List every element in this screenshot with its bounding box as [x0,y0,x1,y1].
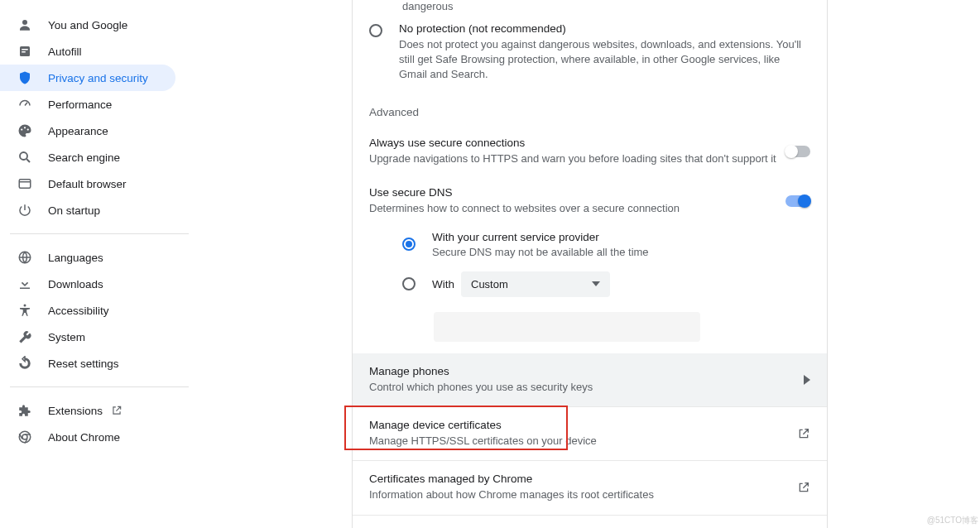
secure-dns-desc: Determines how to connect to websites ov… [369,201,785,216]
sidebar-divider [10,233,189,234]
extension-icon [17,402,33,419]
sidebar-item-label: Languages [48,252,103,264]
shield-icon [17,70,33,86]
svg-point-0 [22,20,27,25]
dropdown-arrow-icon [592,281,600,286]
svg-rect-3 [22,51,26,53]
no-protection-title: No protection (not recommended) [399,22,810,35]
svg-point-4 [21,128,22,130]
accessibility-icon [17,302,33,319]
sidebar-item-reset[interactable]: Reset settings [0,350,175,377]
sidebar-item-label: Autofill [48,46,82,58]
dangerous-text: dangerous [353,0,827,16]
sidebar-item-default-browser[interactable]: Default browser [0,170,175,197]
svg-point-6 [27,128,29,130]
browser-icon [17,175,33,192]
phones-title: Manage phones [369,365,804,377]
speedometer-icon [17,96,33,113]
chrome-certs-title: Certificates managed by Chrome [369,473,787,485]
external-link-icon [797,427,810,440]
sidebar-item-about[interactable]: About Chrome [0,424,175,450]
advanced-protection-row[interactable]: Google Advanced Protection Program Safeg… [353,516,827,529]
no-protection-row[interactable]: No protection (not recommended) Does not… [353,16,827,94]
chrome-icon [17,429,33,445]
radio-no-protection[interactable] [369,24,382,37]
palette-icon [17,122,33,139]
reset-icon [17,355,33,372]
svg-point-13 [22,434,27,439]
radio-custom-provider[interactable] [402,277,416,290]
sidebar-item-privacy[interactable]: Privacy and security [0,65,175,91]
sidebar-item-label: You and Google [48,19,127,31]
highlight-annotation [344,406,568,450]
dns-custom-row[interactable]: With Custom [402,265,810,304]
svg-point-11 [24,305,26,307]
chrome-certificates-row[interactable]: Certificates managed by Chrome Informati… [353,461,827,515]
secure-conn-toggle[interactable] [785,146,810,157]
dns-provider-label: With your current service provider [432,231,649,243]
sidebar-item-label: Appearance [48,125,108,137]
chevron-right-icon [804,375,810,385]
advanced-header: Advanced [353,94,827,127]
sidebar-item-label: Default browser [48,178,127,190]
wrench-icon [17,329,33,345]
sidebar-item-label: System [48,331,85,343]
sidebar-item-label: Search engine [48,151,120,164]
sidebar-item-label: Extensions [48,405,103,417]
person-icon [17,17,33,33]
sidebar-item-autofill[interactable]: Autofill [0,38,175,65]
dns-custom-label: With [432,278,454,290]
watermark: @51CTO博客 [927,515,978,526]
download-icon [17,276,33,292]
secure-connections-row[interactable]: Always use secure connections Upgrade na… [353,127,827,176]
sidebar-item-languages[interactable]: Languages [0,244,175,271]
sidebar-item-system[interactable]: System [0,324,175,350]
dropdown-value: Custom [471,278,508,290]
sidebar-item-label: About Chrome [48,431,120,444]
sidebar-item-label: Accessibility [48,305,109,317]
sidebar-item-label: On startup [48,204,100,217]
svg-rect-8 [19,180,31,189]
sidebar-item-startup[interactable]: On startup [0,197,175,223]
svg-point-7 [20,152,27,160]
secure-dns-title: Use secure DNS [369,186,785,199]
sidebar-divider [10,386,189,387]
manage-certificates-row[interactable]: Manage device certificates Manage HTTPS/… [353,407,827,461]
main-content: dangerous No protection (not recommended… [352,0,828,528]
dns-provider-desc: Secure DNS may not be available all the … [432,246,649,258]
secure-conn-title: Always use secure connections [369,137,785,149]
external-link-icon [111,405,122,416]
sidebar-item-appearance[interactable]: Appearance [0,118,175,144]
sidebar-item-label: Privacy and security [48,72,148,84]
svg-point-5 [24,127,26,128]
chrome-certs-desc: Information about how Chrome manages its… [369,487,787,502]
sidebar-item-label: Performance [48,98,112,111]
no-protection-desc: Does not protect you against dangerous w… [399,37,810,83]
dns-custom-dropdown[interactable]: Custom [461,271,610,297]
sidebar-item-label: Reset settings [48,358,119,370]
sidebar-item-search-engine[interactable]: Search engine [0,144,175,170]
svg-rect-2 [22,49,28,50]
dns-provider-row[interactable]: With your current service provider Secur… [402,224,810,265]
search-icon [17,149,33,166]
sidebar-item-label: Downloads [48,278,103,290]
power-icon [17,202,33,218]
sidebar-item-extensions[interactable]: Extensions [0,397,175,424]
sidebar-item-downloads[interactable]: Downloads [0,271,175,297]
external-link-icon [797,481,810,494]
svg-rect-10 [20,288,30,290]
dns-custom-input[interactable] [434,312,700,342]
radio-current-provider[interactable] [402,238,416,251]
globe-icon [17,249,33,266]
secure-dns-row[interactable]: Use secure DNS Determines how to connect… [353,176,827,221]
sidebar-item-accessibility[interactable]: Accessibility [0,297,175,324]
sidebar-item-performance[interactable]: Performance [0,91,175,118]
manage-phones-row[interactable]: Manage phones Control which phones you u… [353,353,827,407]
sidebar: You and Google Autofill Privacy and secu… [0,0,199,528]
phones-desc: Control which phones you use as security… [369,380,804,395]
autofill-icon [17,43,33,60]
secure-conn-desc: Upgrade navigations to HTTPS and warn yo… [369,151,785,166]
secure-dns-toggle[interactable] [785,195,810,207]
sidebar-item-you-google[interactable]: You and Google [0,12,175,38]
